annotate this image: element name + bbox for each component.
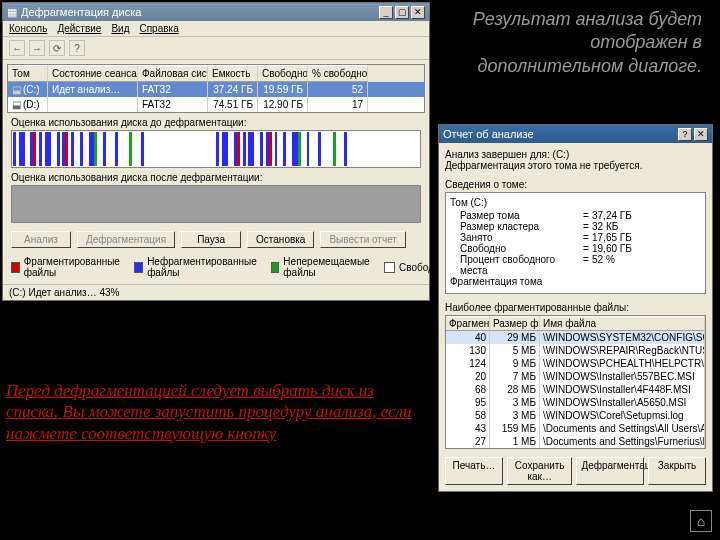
swatch-frag <box>11 262 20 273</box>
forward-icon[interactable]: → <box>29 40 45 56</box>
stop-button[interactable]: Остановка <box>247 231 314 248</box>
menubar: Консоль Действие Вид Справка <box>3 21 429 37</box>
grid-row-d[interactable]: (D:) FAT32 74.51 ГБ 12.90 ГБ 17 <box>8 97 424 112</box>
frag-map-before <box>11 130 421 168</box>
flist-label: Наиболее фрагментированные файлы: <box>445 302 706 313</box>
file-list[interactable]: Фрагментов Размер файла Имя файла 4029 М… <box>445 315 706 449</box>
menu-action[interactable]: Действие <box>57 23 101 34</box>
statusbar: (C:) Идет анализ… 43% <box>3 284 429 300</box>
file-row[interactable]: 6828 МБ\WINDOWS\Installer\4F448F.MSI <box>446 383 705 396</box>
fcol-size[interactable]: Размер файла <box>490 316 540 331</box>
vol-c: (C:) <box>8 82 48 97</box>
file-row[interactable]: 43159 МБ\Documents and Settings\All User… <box>446 422 705 435</box>
menu-help[interactable]: Справка <box>139 23 178 34</box>
frag-map-after <box>11 185 421 223</box>
close-button[interactable]: ✕ <box>411 6 425 19</box>
report-done-line: Анализ завершен для: (C:) <box>445 149 706 160</box>
slide-annotation-right: Результат анализа будет отображен в допо… <box>442 8 702 78</box>
maximize-button[interactable]: ▢ <box>395 6 409 19</box>
col-free[interactable]: Свободно <box>258 65 308 82</box>
report-note: Дефрагментация этого тома не требуется. <box>445 160 706 171</box>
swatch-unmov <box>271 262 280 273</box>
volume-info: Том (C:) Размер тома=37,24 ГБ Размер кла… <box>445 192 706 294</box>
swatch-free <box>384 262 395 273</box>
refresh-icon[interactable]: ⟳ <box>49 40 65 56</box>
label-before: Оценка использования диска до дефрагмент… <box>11 117 421 128</box>
toolbar: ← → ⟳ ? <box>3 37 429 60</box>
vol-header: Том (C:) <box>450 197 701 208</box>
file-row[interactable]: 207 МБ\WINDOWS\Installer\557BEC.MSI <box>446 370 705 383</box>
report-defrag-button[interactable]: Дефрагментация <box>576 457 644 485</box>
slide-annotation-bottom: Перед дефрагментацией следует выбрать ди… <box>6 380 426 444</box>
file-row[interactable]: 953 МБ\WINDOWS\Installer\A5650.MSI <box>446 396 705 409</box>
col-volume[interactable]: Том <box>8 65 48 82</box>
fcol-frag[interactable]: Фрагментов <box>446 316 490 331</box>
col-pct[interactable]: % свободного мест <box>308 65 368 82</box>
grid-header: Том Состояние сеанса Файловая система Ем… <box>8 65 424 82</box>
report-button[interactable]: Вывести отчет <box>320 231 406 248</box>
defrag-title: Дефрагментация диска <box>21 6 141 18</box>
saveas-button[interactable]: Сохранить как… <box>507 457 572 485</box>
vol-d: (D:) <box>8 97 48 112</box>
info-label: Сведения о томе: <box>445 179 706 190</box>
col-cap[interactable]: Емкость <box>208 65 258 82</box>
swatch-nonfrag <box>134 262 143 273</box>
legend: Фрагментированные файлы Нефрагментирован… <box>11 256 421 278</box>
defrag-app-icon: ▦ <box>7 6 17 19</box>
defrag-window: ▦ Дефрагментация диска _ ▢ ✕ Консоль Дей… <box>2 2 430 301</box>
file-row[interactable]: 4029 МБ\WINDOWS\SYSTEM32\CONFIG\SOFTW… <box>446 331 705 344</box>
volume-grid[interactable]: Том Состояние сеанса Файловая система Ем… <box>7 64 425 113</box>
report-help-button[interactable]: ? <box>678 128 692 141</box>
defrag-titlebar[interactable]: ▦ Дефрагментация диска _ ▢ ✕ <box>3 3 429 21</box>
analyze-button[interactable]: Анализ <box>11 231 71 248</box>
col-state[interactable]: Состояние сеанса <box>48 65 138 82</box>
back-icon[interactable]: ← <box>9 40 25 56</box>
action-buttons: Анализ Дефрагментация Пауза Остановка Вы… <box>11 231 421 248</box>
file-row[interactable]: 1305 МБ\WINDOWS\REPAIR\RegBack\NTUSER.DA… <box>446 344 705 357</box>
file-row[interactable]: 1249 МБ\WINDOWS\PCHEALTH\HELPCTR\DataCo… <box>446 357 705 370</box>
fcol-name[interactable]: Имя файла <box>540 316 705 331</box>
menu-console[interactable]: Консоль <box>9 23 47 34</box>
report-titlebar[interactable]: Отчет об анализе ? ✕ <box>439 125 712 143</box>
file-row[interactable]: 271 МБ\Documents and Settings\Furnerius\… <box>446 435 705 448</box>
minimize-button[interactable]: _ <box>379 6 393 19</box>
help-icon[interactable]: ? <box>69 40 85 56</box>
report-title: Отчет об анализе <box>443 128 534 140</box>
home-icon[interactable]: ⌂ <box>690 510 712 532</box>
print-button[interactable]: Печать… <box>445 457 503 485</box>
grid-row-c[interactable]: (C:) Идет анализ… FAT32 37.24 ГБ 19.59 Г… <box>8 82 424 97</box>
close-button[interactable]: Закрыть <box>648 457 706 485</box>
defrag-button[interactable]: Дефрагментация <box>77 231 175 248</box>
label-after: Оценка использования диска после дефрагм… <box>11 172 421 183</box>
report-close-button[interactable]: ✕ <box>694 128 708 141</box>
col-fs[interactable]: Файловая система <box>138 65 208 82</box>
file-row[interactable]: 583 МБ\WINDOWS\Corel\Setupmsi.log <box>446 409 705 422</box>
pause-button[interactable]: Пауза <box>181 231 241 248</box>
report-dialog: Отчет об анализе ? ✕ Анализ завершен для… <box>438 124 713 492</box>
menu-view[interactable]: Вид <box>111 23 129 34</box>
frag-header: Фрагментация тома <box>450 276 701 287</box>
